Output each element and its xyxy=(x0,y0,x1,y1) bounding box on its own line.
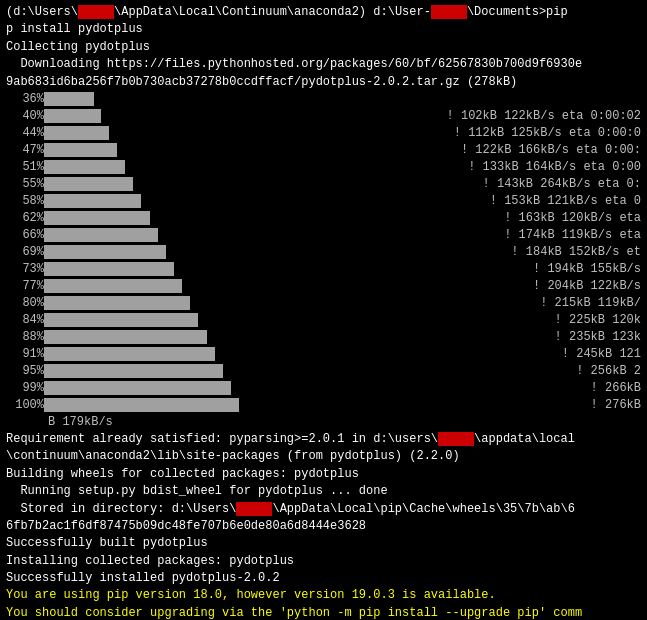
line-prompt: (d:\Users\XXXXX\AppData\Local\Continuum\… xyxy=(6,4,641,21)
progress-bar xyxy=(44,126,109,140)
progress-row-speed: B 179kB/s xyxy=(6,414,641,431)
bar-container xyxy=(44,245,493,259)
pct-label: 62% xyxy=(6,210,44,227)
pct-label: 47% xyxy=(6,142,44,159)
pct-label: 51% xyxy=(6,159,44,176)
bar-container xyxy=(44,296,522,310)
progress-info: ! 174kB 119kB/s eta xyxy=(490,227,641,244)
progress-row-36: 36% xyxy=(6,91,641,108)
pct-label: 58% xyxy=(6,193,44,210)
bar-container xyxy=(44,109,428,123)
pct-label: 66% xyxy=(6,227,44,244)
line-building: Building wheels for collected packages: … xyxy=(6,466,641,483)
progress-row-58: 58% ! 153kB 121kB/s eta 0 xyxy=(6,193,641,210)
redacted-username4: XXXXX xyxy=(236,502,272,516)
progress-info: ! 276kB xyxy=(576,397,641,414)
progress-row-84: 84% ! 225kB 120k xyxy=(6,312,641,329)
progress-row-47: 47% ! 122kB 166kB/s eta 0:00: xyxy=(6,142,641,159)
line-command: p install pydotplus xyxy=(6,21,641,38)
line-collecting: Collecting pydotplus xyxy=(6,39,641,56)
progress-info: ! 163kB 120kB/s eta xyxy=(490,210,641,227)
bar-container xyxy=(44,160,450,174)
progress-bar xyxy=(44,347,215,361)
progress-info: ! 194kB 155kB/s xyxy=(519,261,641,278)
pct-label: 84% xyxy=(6,312,44,329)
progress-info: ! 153kB 121kB/s eta 0 xyxy=(475,193,641,210)
progress-bar xyxy=(44,398,239,412)
pct-label: 99% xyxy=(6,380,44,397)
progress-info: ! 256kB 2 xyxy=(562,363,641,380)
line-built: Successfully built pydotplus xyxy=(6,535,641,552)
progress-bar xyxy=(44,211,150,225)
line-requirement2: \continuum\anaconda2\lib\site-packages (… xyxy=(6,448,641,465)
progress-bar xyxy=(44,262,174,276)
progress-info: ! 143kB 264kB/s eta 0: xyxy=(468,176,641,193)
bar-container xyxy=(44,262,515,276)
progress-info: ! 235kB 123k xyxy=(540,329,641,346)
progress-row-95: 95% ! 256kB 2 xyxy=(6,363,641,380)
line-requirement: Requirement already satisfied: pyparsing… xyxy=(6,431,641,448)
line-downloading2: 9ab683id6ba256f7b0b730acb37278b0ccdffacf… xyxy=(6,74,641,91)
progress-row-51: 51% ! 133kB 164kB/s eta 0:00 xyxy=(6,159,641,176)
progress-info: ! 215kB 119kB/ xyxy=(526,295,641,312)
progress-bar xyxy=(44,245,166,259)
progress-bar xyxy=(44,279,182,293)
pct-label: 55% xyxy=(6,176,44,193)
bar-container xyxy=(44,364,558,378)
progress-bar xyxy=(44,313,198,327)
line-downloading1: Downloading https://files.pythonhosted.o… xyxy=(6,56,641,73)
terminal-window: (d:\Users\XXXXX\AppData\Local\Continuum\… xyxy=(0,0,647,620)
pct-label: 44% xyxy=(6,125,44,142)
redacted-username2: XXXXX xyxy=(431,5,467,19)
progress-row-40: 40% ! 102kB 122kB/s eta 0:00:02 xyxy=(6,108,641,125)
line-running: Running setup.py bdist_wheel for pydotpl… xyxy=(6,483,641,500)
progress-row-55: 55% ! 143kB 264kB/s eta 0: xyxy=(6,176,641,193)
bar-container xyxy=(44,398,572,412)
line-stored: Stored in directory: d:\Users\XXXXX\AppD… xyxy=(6,501,641,518)
redacted-username1: XXXXX xyxy=(78,5,114,19)
bar-container xyxy=(44,177,464,191)
pct-label: 100% xyxy=(6,397,44,414)
progress-info: ! 102kB 122kB/s eta 0:00:02 xyxy=(432,108,641,125)
progress-row-100: 100% ! 276kB xyxy=(6,397,641,414)
bar-container xyxy=(44,143,443,157)
line-installing: Installing collected packages: pydotplus xyxy=(6,553,641,570)
pct-label: 95% xyxy=(6,363,44,380)
bar-container xyxy=(44,347,543,361)
line-pip-warning2: You should consider upgrading via the 'p… xyxy=(6,605,641,620)
progress-info: B 179kB/s xyxy=(48,414,113,431)
bar-container xyxy=(44,228,486,242)
bar-container xyxy=(44,330,536,344)
bar-container xyxy=(44,313,536,327)
pct-label: 80% xyxy=(6,295,44,312)
progress-info: ! 245kB 121 xyxy=(547,346,641,363)
progress-bar xyxy=(44,364,223,378)
progress-bar xyxy=(44,381,231,395)
progress-row-88: 88% ! 235kB 123k xyxy=(6,329,641,346)
progress-area: 36% 40% ! 102kB 122kB/s eta 0:00:02 44% … xyxy=(6,91,641,431)
bar-container xyxy=(44,381,572,395)
progress-info: ! 112kB 125kB/s eta 0:00:0 xyxy=(439,125,641,142)
progress-row-62: 62% ! 163kB 120kB/s eta xyxy=(6,210,641,227)
progress-bar xyxy=(44,109,101,123)
pct-label: 88% xyxy=(6,329,44,346)
pct-label: 77% xyxy=(6,278,44,295)
progress-info: ! 204kB 122kB/s xyxy=(519,278,641,295)
line-installed: Successfully installed pydotplus-2.0.2 xyxy=(6,570,641,587)
pct-label: 73% xyxy=(6,261,44,278)
progress-bar xyxy=(44,143,117,157)
progress-bar xyxy=(44,92,94,106)
progress-row-91: 91% ! 245kB 121 xyxy=(6,346,641,363)
line-pip-warning1: You are using pip version 18.0, however … xyxy=(6,587,641,604)
pct-label: 91% xyxy=(6,346,44,363)
progress-info: ! 184kB 152kB/s et xyxy=(497,244,641,261)
progress-bar xyxy=(44,177,133,191)
redacted-username3: XXXXX xyxy=(438,432,474,446)
progress-row-77: 77% ! 204kB 122kB/s xyxy=(6,278,641,295)
progress-bar xyxy=(44,296,190,310)
progress-bar xyxy=(44,228,158,242)
progress-bar xyxy=(44,160,125,174)
bar-container xyxy=(44,92,637,106)
progress-row-99: 99% ! 266kB xyxy=(6,380,641,397)
pct-label: 40% xyxy=(6,108,44,125)
